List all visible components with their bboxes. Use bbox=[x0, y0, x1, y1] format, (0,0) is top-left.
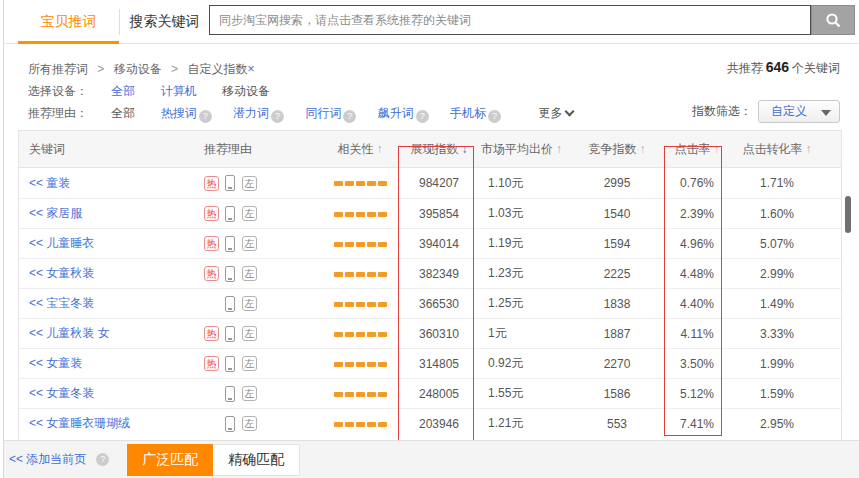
reason-badges: 热左 bbox=[204, 206, 319, 222]
summary-suffix: 个关键词 bbox=[792, 61, 840, 75]
ctr-value: 4.96% bbox=[657, 237, 737, 251]
reason-filter-label: 推荐理由： bbox=[28, 105, 108, 122]
help-icon[interactable]: ? bbox=[416, 110, 429, 123]
cvr-value: 1.59% bbox=[737, 387, 817, 401]
hot-badge: 热 bbox=[204, 206, 219, 221]
avg-bid-value: 1.10元 bbox=[477, 175, 577, 192]
chevron-down-icon bbox=[565, 107, 575, 117]
reason-badges: 热左 bbox=[204, 296, 319, 312]
keyword-link[interactable]: << 女童秋装 bbox=[29, 266, 94, 280]
reason-filter-row: 推荐理由： 全部 热搜词? 潜力词? 同行词? 飙升词? 手机标? 更多 bbox=[28, 105, 573, 123]
phone-icon bbox=[225, 296, 235, 312]
index-filter-value: 自定义 bbox=[771, 104, 807, 118]
add-current-page-link[interactable]: << 添加当前页 bbox=[9, 451, 86, 468]
keyword-link[interactable]: << 儿童睡衣 bbox=[29, 236, 94, 250]
header-relevance[interactable]: 相关性↑ bbox=[319, 141, 401, 158]
table-row: << 女童装 热左 314805 0.92元 2270 3.50% 1.99% bbox=[19, 348, 841, 378]
caret-down-icon bbox=[821, 110, 831, 116]
ctr-value: 4.11% bbox=[657, 327, 737, 341]
search-button[interactable] bbox=[811, 5, 855, 35]
help-icon[interactable]: ? bbox=[271, 110, 284, 123]
cvr-value: 1.49% bbox=[737, 297, 817, 311]
keyword-link[interactable]: << 女童装 bbox=[29, 356, 82, 370]
keyword-link[interactable]: << 家居服 bbox=[29, 206, 82, 220]
help-icon[interactable]: ? bbox=[199, 110, 212, 123]
breadcrumb: 所有推荐词 > 移动设备 > 自定义指数× bbox=[28, 61, 254, 78]
keyword-link[interactable]: << 女童冬装 bbox=[29, 386, 94, 400]
reason-option-hot-search[interactable]: 热搜词 bbox=[161, 106, 197, 120]
help-icon[interactable]: ? bbox=[488, 110, 501, 123]
more-filters-toggle[interactable]: 更多 bbox=[538, 106, 573, 120]
ctr-value: 5.12% bbox=[657, 387, 737, 401]
vertical-scrollbar-thumb[interactable] bbox=[845, 196, 851, 233]
relevance-bars bbox=[334, 181, 387, 186]
left-badge: 左 bbox=[242, 416, 257, 431]
device-filter-row: 选择设备： 全部 计算机 移动设备 bbox=[28, 83, 292, 100]
broad-match-button[interactable]: 广泛匹配 bbox=[127, 444, 213, 476]
device-option-pc[interactable]: 计算机 bbox=[161, 84, 197, 98]
header-impressions[interactable]: 展现指数↓ bbox=[401, 141, 477, 158]
avg-bid-value: 1元 bbox=[477, 325, 577, 342]
tab-item-promote-words[interactable]: 宝贝推词 bbox=[18, 0, 119, 43]
relevance-bars bbox=[334, 272, 387, 277]
exact-match-button[interactable]: 精确匹配 bbox=[213, 444, 300, 476]
avg-bid-value: 1.03元 bbox=[477, 205, 577, 222]
breadcrumb-all-words[interactable]: 所有推荐词 bbox=[28, 62, 88, 76]
keyword-link[interactable]: << 女童睡衣珊瑚绒 bbox=[29, 416, 130, 430]
relevance-bars bbox=[334, 332, 387, 337]
ctr-value: 2.39% bbox=[657, 207, 737, 221]
device-option-mobile[interactable]: 移动设备 bbox=[222, 84, 270, 98]
left-badge: 左 bbox=[242, 206, 257, 221]
left-badge: 左 bbox=[242, 326, 257, 341]
sort-asc-icon: ↑ bbox=[640, 142, 646, 156]
reason-option-potential[interactable]: 潜力词 bbox=[233, 106, 269, 120]
sort-asc-icon: ↑ bbox=[714, 142, 720, 156]
reason-option-soaring[interactable]: 飙升词 bbox=[378, 106, 414, 120]
breadcrumb-separator: > bbox=[97, 62, 104, 76]
reason-option-mobile-tag[interactable]: 手机标 bbox=[450, 106, 486, 120]
device-option-all[interactable]: 全部 bbox=[111, 84, 135, 98]
reason-option-all[interactable]: 全部 bbox=[111, 106, 135, 120]
relevance-bars bbox=[334, 302, 387, 307]
keyword-link[interactable]: << 儿童秋装 女 bbox=[29, 326, 110, 340]
breadcrumb-custom-index[interactable]: 自定义指数 bbox=[187, 62, 247, 76]
help-icon[interactable]: ? bbox=[343, 110, 356, 123]
index-filter-select[interactable]: 自定义 bbox=[758, 100, 840, 123]
left-badge: 左 bbox=[242, 296, 257, 311]
avg-bid-value: 1.55元 bbox=[477, 385, 577, 402]
keyword-link[interactable]: << 童装 bbox=[29, 176, 70, 190]
table-row: << 家居服 热左 395854 1.03元 1540 2.39% 1.60% bbox=[19, 198, 841, 228]
competition-value: 2225 bbox=[577, 267, 657, 281]
keyword-link[interactable]: << 宝宝冬装 bbox=[29, 296, 94, 310]
help-icon[interactable]: ? bbox=[96, 453, 109, 466]
header-avg-bid[interactable]: 市场平均出价↑ bbox=[477, 141, 577, 158]
active-tab-underline bbox=[18, 41, 119, 44]
left-badge: 左 bbox=[242, 176, 257, 191]
phone-icon bbox=[225, 266, 235, 282]
header-cvr[interactable]: 点击转化率↑ bbox=[737, 141, 817, 158]
avg-bid-value: 1.25元 bbox=[477, 295, 577, 312]
footer-bar: << 添加当前页 ? 广泛匹配 精确匹配 bbox=[4, 440, 859, 478]
avg-bid-value: 1.21元 bbox=[477, 415, 577, 432]
cvr-value: 5.07% bbox=[737, 237, 817, 251]
tab-search-keywords[interactable]: 搜索关键词 bbox=[120, 0, 209, 43]
impressions-value: 394014 bbox=[401, 237, 477, 251]
summary-prefix: 共推荐 bbox=[727, 61, 763, 75]
keyword-recommendation-page: 宝贝推词 搜索关键词 所有推荐词 > 移动设备 > 自定义指数× 共推荐646个… bbox=[0, 0, 859, 478]
impressions-value: 203946 bbox=[401, 417, 477, 431]
reason-option-peer[interactable]: 同行词 bbox=[305, 106, 341, 120]
header-competition[interactable]: 竞争指数↑ bbox=[577, 141, 657, 158]
relevance-bars bbox=[334, 212, 387, 217]
reason-badges: 热左 bbox=[204, 326, 319, 342]
phone-icon bbox=[225, 386, 235, 402]
header-ctr[interactable]: 点击率↑ bbox=[657, 141, 737, 158]
left-badge: 左 bbox=[242, 386, 257, 401]
hot-badge: 热 bbox=[204, 266, 219, 281]
ctr-value: 4.40% bbox=[657, 297, 737, 311]
breadcrumb-mobile-device[interactable]: 移动设备 bbox=[114, 62, 162, 76]
sort-desc-icon: ↓ bbox=[462, 142, 468, 156]
phone-icon bbox=[225, 236, 235, 252]
remove-filter-icon[interactable]: × bbox=[247, 62, 254, 76]
reason-badges: 热左 bbox=[204, 236, 319, 252]
keyword-search-input[interactable] bbox=[209, 5, 811, 35]
